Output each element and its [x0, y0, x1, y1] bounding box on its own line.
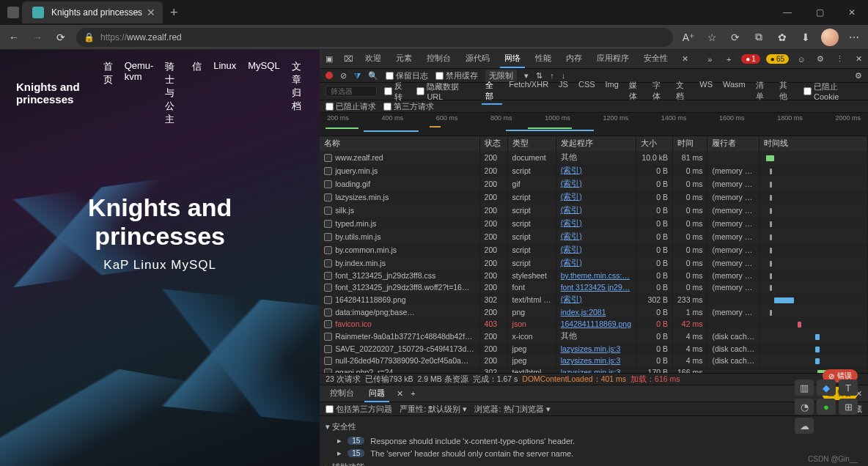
- column-header[interactable]: 发起程序: [556, 136, 636, 151]
- clear-button[interactable]: ⊘: [340, 71, 347, 81]
- network-row[interactable]: Rainmeter-9a0a1b37271c48848db42f…200x-ic…: [320, 330, 867, 343]
- include-third-party-checkbox[interactable]: 包括第三方问题: [326, 404, 392, 415]
- network-row[interactable]: by.utils.min.js200script(索引)0 B0 ms(memo…: [320, 230, 867, 243]
- disable-cache-checkbox[interactable]: 禁用缓存: [435, 70, 478, 81]
- network-row[interactable]: SAVE_20220207_150729-c549f4173d…200jpegl…: [320, 343, 867, 355]
- column-header[interactable]: 时间: [673, 136, 707, 151]
- blocked-cookies-checkbox[interactable]: 已阻止 Cookie: [803, 81, 862, 101]
- feedback-icon[interactable]: ☺: [795, 55, 808, 64]
- nav-link[interactable]: Qemu-kvm: [125, 60, 154, 126]
- devtools-tab[interactable]: 内存: [562, 50, 586, 68]
- network-row[interactable]: 1642841118869.png302text/html …(索引)302 B…: [320, 293, 867, 306]
- settings-icon[interactable]: ⚙: [814, 54, 827, 64]
- more-tabs-icon[interactable]: »: [703, 55, 716, 64]
- drawer-tab-close-icon[interactable]: ✕: [397, 389, 403, 399]
- column-header[interactable]: 大小: [636, 136, 673, 151]
- extension-icon[interactable]: ✿: [774, 29, 790, 45]
- tool-icon[interactable]: ⊞: [839, 399, 858, 415]
- hide-data-url-checkbox[interactable]: 隐藏数据 URL: [416, 81, 474, 101]
- refresh-button[interactable]: ⟳: [53, 29, 69, 45]
- tab-close-icon[interactable]: ✕: [678, 54, 691, 64]
- inspect-icon[interactable]: ▣: [323, 54, 336, 64]
- warning-badge[interactable]: ●65: [766, 54, 789, 64]
- invert-checkbox[interactable]: 反转: [384, 81, 409, 103]
- network-row[interactable]: null-26ded4b779389090-2e0cf45a0a…200jpeg…: [320, 355, 867, 366]
- search-icon[interactable]: 🔍: [368, 71, 378, 81]
- network-row[interactable]: typed.min.js200script(索引)0 B0 ms(memory …: [320, 217, 867, 230]
- column-header[interactable]: 类型: [507, 136, 556, 151]
- browser-tab[interactable]: Knights and princesses ✕: [22, 1, 163, 23]
- nav-link[interactable]: 首页: [103, 60, 113, 126]
- nav-link[interactable]: MySQL: [248, 60, 279, 126]
- blocked-requests-checkbox[interactable]: 已阻止请求: [326, 101, 376, 112]
- forward-button[interactable]: →: [29, 29, 45, 45]
- device-icon[interactable]: ⌧: [342, 54, 355, 64]
- column-header[interactable]: 时间线: [760, 136, 868, 151]
- network-row[interactable]: silk.js200script(索引)0 B0 ms(memory …: [320, 204, 867, 217]
- refresh-ext-icon[interactable]: ⟳: [727, 29, 743, 45]
- network-row[interactable]: favicon.ico403json1642841118869.png0 B42…: [320, 318, 867, 330]
- devtools-tab[interactable]: 性能: [531, 50, 556, 68]
- devtools-close-icon[interactable]: ✕: [852, 54, 865, 64]
- severity-select[interactable]: 严重性: 默认级别 ▾: [400, 404, 467, 415]
- network-settings-icon[interactable]: ⚙: [855, 71, 862, 81]
- issue-group-a11y[interactable]: ▸ 辅助功能: [326, 459, 862, 466]
- url-field[interactable]: 🔒 https://www.zealf.red: [76, 28, 673, 47]
- devtools-tab[interactable]: 安全性: [639, 50, 672, 68]
- new-tab-button[interactable]: +: [163, 5, 185, 21]
- window-maximize[interactable]: ▢: [803, 0, 836, 25]
- close-tab-icon[interactable]: ✕: [147, 7, 155, 18]
- network-row[interactable]: data:image/png;base…200pngindex.js:20810…: [320, 306, 867, 318]
- tool-icon[interactable]: ◆: [817, 380, 836, 396]
- back-button[interactable]: ←: [6, 29, 22, 45]
- network-row[interactable]: lazysizes.min.js200script(索引)0 B0 ms(mem…: [320, 191, 867, 204]
- window-close[interactable]: ✕: [836, 0, 868, 25]
- network-row[interactable]: by.index.min.js200script(索引)0 B0 ms(memo…: [320, 256, 867, 270]
- collections-icon[interactable]: ⧉: [751, 29, 767, 45]
- network-row[interactable]: www.zealf.red200document其他10.0 kB81 ms: [320, 151, 867, 164]
- network-row[interactable]: loading.gif200gif(索引)0 B0 ms(memory …: [320, 177, 867, 191]
- devtools-tab[interactable]: 欢迎: [361, 50, 386, 68]
- drawer-tab[interactable]: 控制台: [326, 385, 358, 402]
- network-timeline[interactable]: 200 ms400 ms600 ms800 ms1000 ms1200 ms14…: [320, 113, 868, 136]
- issue-item[interactable]: ▸15Response should include 'x-content-ty…: [326, 434, 862, 447]
- tool-icon[interactable]: ☁: [795, 418, 814, 434]
- record-button[interactable]: [326, 72, 333, 79]
- preserve-log-checkbox[interactable]: 保留日志: [386, 70, 428, 81]
- devtools-tab[interactable]: 源代码: [461, 50, 494, 68]
- drawer-tab[interactable]: 问题: [364, 385, 389, 402]
- filter-toggle[interactable]: ⧩: [354, 71, 361, 81]
- devtools-tab[interactable]: 应用程序: [592, 50, 633, 68]
- issue-item[interactable]: ▸15The 'server' header should only conta…: [326, 447, 862, 459]
- column-header[interactable]: 名称: [320, 136, 479, 151]
- filter-input[interactable]: [326, 86, 377, 97]
- add-tab-icon[interactable]: +: [722, 55, 735, 64]
- tool-icon[interactable]: ●: [817, 399, 836, 415]
- tool-icon[interactable]: T: [839, 380, 858, 396]
- nav-link[interactable]: 文章归档: [292, 60, 304, 126]
- network-row[interactable]: font_3123425_jn29dz3ff8.woff2?t=16…200fo…: [320, 281, 867, 293]
- dock-icon[interactable]: ⋮: [833, 54, 846, 64]
- nav-link[interactable]: 骑士与公主: [165, 60, 180, 126]
- browser-select[interactable]: 浏览器: 热门浏览器 ▾: [474, 404, 550, 415]
- nav-link[interactable]: 信: [192, 60, 202, 126]
- column-header[interactable]: 履行者: [707, 136, 760, 151]
- tool-icon[interactable]: ▥: [795, 380, 814, 396]
- network-grid[interactable]: 名称状态类型发起程序大小时间履行者时间线 www.zealf.red200doc…: [320, 136, 868, 373]
- download-icon[interactable]: ⬇: [798, 29, 814, 45]
- network-row[interactable]: gqapi.php?_r=24302text/html …lazysizes.m…: [320, 366, 867, 373]
- third-party-checkbox[interactable]: 第三方请求: [383, 101, 434, 112]
- error-badge[interactable]: ●1: [741, 54, 760, 64]
- profile-avatar[interactable]: [821, 29, 839, 46]
- more-icon[interactable]: ⋯: [846, 29, 862, 45]
- network-row[interactable]: font_3123425_jn29dz3ff8.css200stylesheet…: [320, 270, 867, 281]
- window-minimize[interactable]: —: [771, 0, 803, 25]
- site-logo[interactable]: Knights and princesses: [16, 81, 103, 106]
- favorite-icon[interactable]: ☆: [704, 29, 720, 45]
- network-row[interactable]: by.common.min.js200script(索引)0 B0 ms(mem…: [320, 243, 867, 256]
- issue-group-security[interactable]: ▾ 安全性: [326, 419, 862, 434]
- devtools-tab[interactable]: 控制台: [422, 50, 455, 68]
- network-row[interactable]: jquery.min.js200script(索引)0 B0 ms(memory…: [320, 164, 867, 177]
- drawer-add-icon[interactable]: +: [411, 389, 415, 398]
- read-aloud-icon[interactable]: A⁺: [680, 29, 696, 45]
